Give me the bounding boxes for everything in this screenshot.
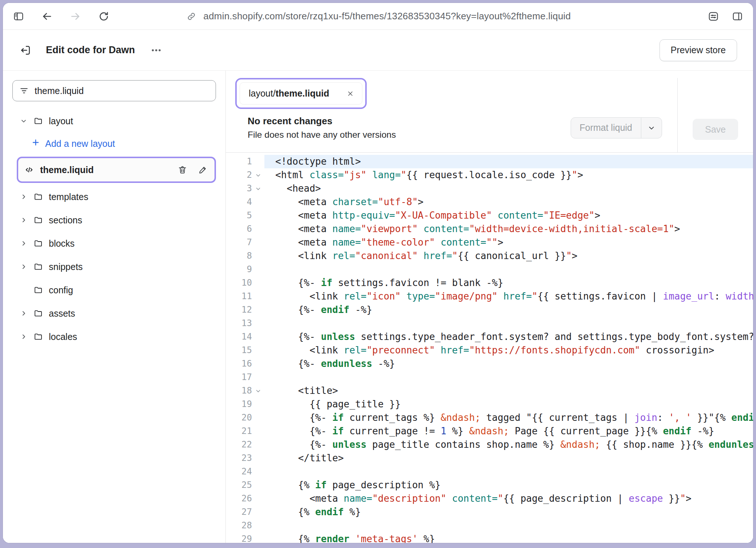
code-line[interactable]: {%- if settings.favicon != blank -%} xyxy=(264,276,753,290)
line-number: 10 xyxy=(226,276,252,290)
preview-store-button[interactable]: Preview store xyxy=(659,39,737,61)
close-icon[interactable] xyxy=(346,89,355,98)
editor-code[interactable]: <!doctype html><html class="js" lang="{{… xyxy=(264,155,753,543)
code-line[interactable]: {% if page_description %} xyxy=(264,478,753,492)
sidebar-item-layout[interactable]: layout xyxy=(12,109,216,133)
code-line[interactable]: <meta charset="utf-8"> xyxy=(264,195,753,209)
fold-marker-icon[interactable] xyxy=(252,388,264,394)
gutter-row: 12 xyxy=(226,303,264,317)
sidebar-item-label: config xyxy=(49,285,73,295)
line-number: 5 xyxy=(226,209,252,222)
sidebar-item-theme-liquid[interactable]: theme.liquid xyxy=(17,157,216,183)
code-line[interactable] xyxy=(264,519,753,532)
sidebar-item-label: snippets xyxy=(49,262,83,272)
code-line[interactable]: {%- if current_page != 1 %} &ndash; Page… xyxy=(264,424,753,438)
forward-icon[interactable] xyxy=(69,10,82,23)
back-icon[interactable] xyxy=(41,10,53,23)
code-line[interactable]: <link rel="icon" type="image/png" href="… xyxy=(264,290,753,303)
add-new-layout-button[interactable]: Add a new layout xyxy=(12,133,216,154)
tab-theme-liquid[interactable]: layout/theme.liquid xyxy=(240,82,362,105)
sidebar-item-templates[interactable]: templates xyxy=(12,185,216,208)
reload-icon[interactable] xyxy=(98,10,110,23)
code-line[interactable]: <!doctype html> xyxy=(264,155,753,168)
line-number: 11 xyxy=(226,290,252,303)
folder-icon xyxy=(34,309,43,318)
fold-marker-icon[interactable] xyxy=(252,185,264,192)
code-line[interactable]: <head> xyxy=(264,182,753,195)
edit-icon[interactable] xyxy=(198,165,208,175)
gutter-row: 3 xyxy=(226,182,264,195)
code-line[interactable]: <link rel="canonical" href="{{ canonical… xyxy=(264,249,753,263)
code-line[interactable]: <meta name="description" content="{{ pag… xyxy=(264,492,753,505)
gutter-row: 10 xyxy=(226,276,264,290)
sidebar-item-sections[interactable]: sections xyxy=(12,208,216,232)
code-line[interactable]: {%- unless page_title contains shop.name… xyxy=(264,438,753,451)
code-line[interactable]: {% render 'meta-tags' %} xyxy=(264,532,753,543)
code-line[interactable]: <title> xyxy=(264,384,753,398)
more-menu-icon[interactable] xyxy=(150,44,163,57)
search-input[interactable] xyxy=(35,86,209,96)
code-line[interactable]: </title> xyxy=(264,451,753,465)
sidebar-item-assets[interactable]: assets xyxy=(12,302,216,325)
sidebar-item-locales[interactable]: locales xyxy=(12,325,216,348)
save-button[interactable]: Save xyxy=(693,119,738,140)
format-liquid-label: Format liquid xyxy=(571,118,641,138)
chevron-right-icon[interactable] xyxy=(20,333,28,340)
sidebar-toggle-icon[interactable] xyxy=(12,10,25,23)
code-editor[interactable]: 1234567891011121314151617181920212223242… xyxy=(226,153,753,543)
code-line[interactable]: {{ page_title }} xyxy=(264,398,753,411)
folder-icon xyxy=(34,216,43,224)
gutter-row: 29 xyxy=(226,532,264,543)
line-number: 16 xyxy=(226,357,252,371)
sidebar-item-label: layout xyxy=(49,116,73,126)
exit-icon[interactable] xyxy=(19,44,32,57)
chevron-down-icon[interactable] xyxy=(641,118,662,138)
code-line[interactable] xyxy=(264,317,753,330)
code-line[interactable]: <meta name="theme-color" content=""> xyxy=(264,236,753,249)
line-number: 17 xyxy=(226,371,252,384)
gutter-row: 5 xyxy=(226,209,264,222)
fold-marker-icon[interactable] xyxy=(252,172,264,179)
chevron-right-icon[interactable] xyxy=(20,240,28,247)
folder-icon xyxy=(34,332,43,341)
code-line[interactable]: {% endif %} xyxy=(264,505,753,519)
code-line[interactable] xyxy=(264,465,753,478)
gutter-row: 26 xyxy=(226,492,264,505)
browser-nav-controls xyxy=(12,10,110,23)
gutter-row: 28 xyxy=(226,519,264,532)
chevron-right-icon[interactable] xyxy=(20,263,28,270)
sidebar-item-snippets[interactable]: snippets xyxy=(12,255,216,278)
code-line[interactable] xyxy=(264,371,753,384)
chevron-right-icon[interactable] xyxy=(20,193,28,200)
gutter-row: 2 xyxy=(226,168,264,182)
line-number: 26 xyxy=(226,492,252,505)
code-line[interactable]: <meta http-equiv="X-UA-Compatible" conte… xyxy=(264,209,753,222)
code-line[interactable]: {%- endunless -%} xyxy=(264,357,753,371)
gutter-row: 20 xyxy=(226,411,264,424)
code-line[interactable]: <meta name="viewport" content="width=dev… xyxy=(264,222,753,236)
active-tab-highlight: layout/theme.liquid xyxy=(235,78,367,109)
split-view-icon[interactable] xyxy=(731,10,744,23)
code-line[interactable] xyxy=(264,263,753,276)
line-number: 3 xyxy=(226,182,252,195)
code-line[interactable]: {%- if current_tags %} &ndash; tagged "{… xyxy=(264,411,753,424)
sidebar-item-blocks[interactable]: blocks xyxy=(12,232,216,255)
line-number: 1 xyxy=(226,155,252,168)
page-settings-icon[interactable] xyxy=(707,10,720,23)
code-line[interactable]: {%- endif -%} xyxy=(264,303,753,317)
sidebar-item-config[interactable]: config xyxy=(12,278,216,302)
delete-icon[interactable] xyxy=(177,165,188,175)
line-number: 6 xyxy=(226,222,252,236)
format-liquid-button[interactable]: Format liquid xyxy=(571,117,662,138)
code-line[interactable]: {%- unless settings.type_header_font.sys… xyxy=(264,330,753,344)
chevron-right-icon[interactable] xyxy=(20,216,28,224)
file-search[interactable] xyxy=(12,80,216,101)
code-line[interactable]: <link rel="preconnect" href="https://fon… xyxy=(264,344,753,357)
address-bar[interactable]: admin.shopify.com/store/rzq1xu-f5/themes… xyxy=(185,10,571,23)
code-line[interactable]: <html class="js" lang="{{ request.locale… xyxy=(264,168,753,182)
editor-panel: layout/theme.liquid No recent changes Fi… xyxy=(226,71,753,543)
chevron-down-icon[interactable] xyxy=(20,117,28,125)
tab-name: theme.liquid xyxy=(276,88,329,98)
gutter-row: 17 xyxy=(226,371,264,384)
chevron-right-icon[interactable] xyxy=(20,310,28,317)
